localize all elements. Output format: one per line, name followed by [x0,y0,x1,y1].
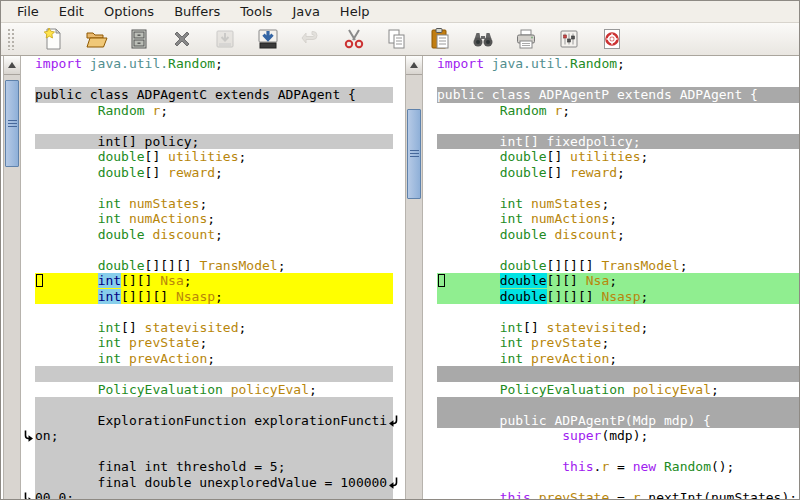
menu-item-options[interactable]: Options [94,2,164,21]
scrollbar-up-button[interactable] [406,56,422,75]
code-line [35,180,393,196]
code-line [437,397,799,413]
save-icon [213,27,237,51]
search-button[interactable] [471,27,495,51]
save-as-button[interactable] [256,27,280,51]
menu-item-tools[interactable]: Tools [230,2,282,21]
code-line [35,118,393,134]
scrollbar-up-button[interactable] [4,56,20,75]
undo-icon [299,27,323,51]
line-wrap-icon [388,414,399,428]
code-line: double[] utilities; [35,149,393,165]
code-line: import java.util.Random; [35,56,393,72]
code-line: this.prevState = r.nextInt(numStates); [437,490,799,499]
code-line [437,180,799,196]
code-line: final int threshold = 5; [35,459,393,475]
line-continuation-icon [23,429,34,443]
code-line: PolicyEvaluation policyEval; [35,382,393,398]
editor-area: import java.util.Random;public class ADP… [1,56,799,499]
code-line: int prevAction; [437,351,799,367]
printer-icon [514,27,538,51]
code-line: int[][][] Nsasp; [35,289,393,305]
print-button[interactable] [514,27,538,51]
scissors-icon [342,27,366,51]
binoculars-icon [471,27,495,51]
code-line: double[][][] TransModel; [35,258,393,274]
close-buffer-button[interactable] [170,27,194,51]
paste-button[interactable] [428,27,452,51]
text-cursor [438,274,445,287]
help-button[interactable] [600,27,624,51]
undo-button[interactable] [299,27,323,51]
code-line: public class ADPAgentP extends ADPAgent … [437,87,799,103]
new-file-icon [41,27,65,51]
scrollbar-grip-icon [410,150,419,158]
code-line: import java.util.Random; [437,56,799,72]
scrollbar-left[interactable] [3,56,21,499]
save-button[interactable] [213,27,237,51]
code-line: int numActions; [35,211,393,227]
preferences-button[interactable] [557,27,581,51]
code-line [437,304,799,320]
code-line: public ADPAgentP(Mdp mdp) { [437,413,799,429]
menu-item-file[interactable]: File [7,2,49,21]
line-continuation-icon [23,491,34,499]
emacs-frame: FileEditOptionsBuffersToolsJavaHelp impo… [0,0,800,500]
cut-button[interactable] [342,27,366,51]
scrollbar-grip-icon [8,120,17,128]
code-line: int prevState; [437,335,799,351]
code-line: double discount; [437,227,799,243]
code-line: this.r = new Random(); [437,459,799,475]
buffer-b[interactable]: import java.util.Random;public class ADP… [437,56,799,499]
scrollbar-right[interactable] [405,56,423,499]
text-cursor [36,274,43,287]
menu-item-edit[interactable]: Edit [49,2,94,21]
code-line: int[] statevisited; [35,320,393,336]
file-cabinet-icon [127,27,151,51]
code-line: int prevAction; [35,351,393,367]
code-line [35,397,393,413]
code-line [437,366,799,382]
copy-button[interactable] [385,27,409,51]
code-line: double[] reward; [437,165,799,181]
code-line: int numStates; [437,196,799,212]
code-line [35,72,393,88]
code-line: double[] utilities; [437,149,799,165]
code-line: double[][] Nsa; [437,273,799,289]
ediff-pane-a: import java.util.Random;public class ADP… [1,56,401,499]
code-line [35,242,393,258]
code-line: int numStates; [35,196,393,212]
menu-item-java[interactable]: Java [282,2,329,21]
open-file-button[interactable] [84,27,108,51]
scrollbar-thumb[interactable] [407,109,421,199]
dired-button[interactable] [127,27,151,51]
code-line: Random r; [35,103,393,119]
code-line: public class ADPAgentC extends ADPAgent … [35,87,393,103]
code-line: int numActions; [437,211,799,227]
toolbar-grip-handle[interactable] [7,28,16,50]
code-line: int[] policy; [35,134,393,150]
code-line: PolicyEvaluation policyEval; [437,382,799,398]
preferences-icon [557,27,581,51]
code-line [437,72,799,88]
code-line [437,242,799,258]
new-file-button[interactable] [41,27,65,51]
code-line: int[] fixedpolicy; [437,134,799,150]
clipboard-icon [428,27,452,51]
menu-item-help[interactable]: Help [330,2,380,21]
code-line: 00.0; [35,490,393,499]
lifebuoy-icon [600,27,624,51]
menu-item-buffers[interactable]: Buffers [164,2,230,21]
code-line [437,475,799,491]
code-line [437,118,799,134]
code-line: double[][][] Nsasp; [437,289,799,305]
buffer-a[interactable]: import java.util.Random;public class ADP… [35,56,393,499]
up-arrow-icon [410,62,418,68]
scrollbar-thumb[interactable] [5,80,19,167]
code-line: ExplorationFunction explorationFuncti [35,413,393,429]
code-line: double discount; [35,227,393,243]
code-line [35,444,393,460]
code-line: int[] statevisited; [437,320,799,336]
code-line: Random r; [437,103,799,119]
line-wrap-icon [388,476,399,490]
